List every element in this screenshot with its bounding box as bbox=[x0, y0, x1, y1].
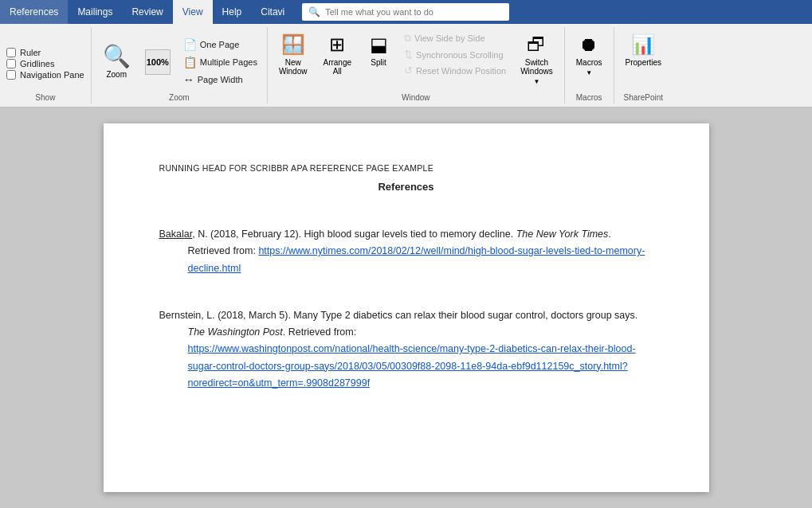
properties-button[interactable]: 📊 Properties bbox=[621, 30, 667, 70]
split-icon: ⬓ bbox=[370, 33, 388, 56]
multiple-pages-button[interactable]: 📋 Multiple Pages bbox=[180, 54, 261, 70]
reference-entry-1: Bakalar, N. (2018, February 12). High bl… bbox=[159, 226, 653, 277]
show-group-content: Ruler Gridlines Navigation Pane bbox=[6, 27, 84, 93]
gridlines-checkbox[interactable]: Gridlines bbox=[6, 59, 54, 68]
ref1-link[interactable]: https://www.nytimes.com/2018/02/12/well/… bbox=[188, 245, 645, 273]
sync-scroll-icon: ⇅ bbox=[404, 49, 413, 61]
new-window-icon: 🪟 bbox=[281, 33, 305, 56]
search-box[interactable]: 🔍 bbox=[302, 3, 509, 21]
reset-window-icon: ↺ bbox=[404, 64, 413, 76]
zoom-label: Zoom bbox=[106, 70, 127, 79]
one-page-button[interactable]: 📄 One Page bbox=[180, 37, 261, 53]
window-group-content: 🪟 NewWindow ⊞ ArrangeAll ⬓ Split ⧉ View … bbox=[274, 27, 558, 93]
zoom-options-col: 📄 One Page 📋 Multiple Pages ↔ Page Width bbox=[180, 37, 261, 88]
switch-windows-button[interactable]: 🗗 SwitchWindows ▼ bbox=[516, 30, 558, 88]
reference-entry-2: Bernstein, L. (2018, March 5). Many Type… bbox=[159, 307, 653, 392]
ribbon: Ruler Gridlines Navigation Pane Show 🔍 Z… bbox=[0, 24, 812, 107]
synchronous-scrolling-button[interactable]: ⇅ Synchronous Scrolling bbox=[401, 47, 509, 62]
page-width-icon: ↔ bbox=[183, 73, 194, 86]
references-heading: References bbox=[159, 181, 653, 193]
ribbon-tabs-row: References Mailings Review View Help Cit… bbox=[0, 0, 812, 24]
tab-citavi[interactable]: Citavi bbox=[251, 0, 294, 24]
properties-icon: 📊 bbox=[631, 33, 655, 56]
tab-help[interactable]: Help bbox=[213, 0, 252, 24]
ruler-check[interactable] bbox=[6, 48, 16, 57]
show-group: Ruler Gridlines Navigation Pane Show bbox=[0, 27, 92, 104]
zoom-icon: 🔍 bbox=[103, 45, 131, 68]
nav-pane-checkbox[interactable]: Navigation Pane bbox=[6, 70, 84, 80]
zoom-percent-icon: 100% bbox=[145, 49, 171, 75]
page-width-button[interactable]: ↔ Page Width bbox=[180, 72, 261, 88]
macros-button[interactable]: ⏺ Macros ▼ bbox=[571, 30, 607, 80]
sharepoint-group-content: 📊 Properties bbox=[621, 27, 667, 93]
document-page: RUNNING HEAD FOR SCRIBBR APA REFERENCE P… bbox=[104, 123, 709, 492]
one-page-icon: 📄 bbox=[183, 38, 197, 51]
new-window-button[interactable]: 🪟 NewWindow bbox=[274, 30, 312, 79]
zoom-group-label: Zoom bbox=[169, 93, 190, 104]
window-group-label: Window bbox=[402, 93, 430, 104]
ref1-author: Bakalar bbox=[159, 229, 193, 240]
sharepoint-group-label: SharePoint bbox=[624, 93, 663, 104]
zoom-percent-button[interactable]: 100% bbox=[140, 46, 175, 78]
tab-references[interactable]: References bbox=[0, 0, 68, 24]
ruler-checkbox[interactable]: Ruler bbox=[6, 48, 41, 57]
document-area: RUNNING HEAD FOR SCRIBBR APA REFERENCE P… bbox=[0, 107, 812, 508]
zoom-group: 🔍 Zoom 100% 📄 One Page 📋 Multiple Pages bbox=[92, 27, 268, 104]
arrange-all-icon: ⊞ bbox=[329, 33, 345, 56]
tab-view[interactable]: View bbox=[173, 0, 213, 24]
view-side-icon: ⧉ bbox=[404, 32, 411, 45]
split-button[interactable]: ⬓ Split bbox=[363, 30, 394, 70]
search-input[interactable] bbox=[325, 7, 500, 17]
macros-icon: ⏺ bbox=[579, 33, 598, 56]
zoom-button[interactable]: 🔍 Zoom bbox=[98, 42, 135, 82]
running-head: RUNNING HEAD FOR SCRIBBR APA REFERENCE P… bbox=[159, 163, 653, 173]
zoom-group-content: 🔍 Zoom 100% 📄 One Page 📋 Multiple Pages bbox=[98, 27, 261, 93]
search-area: 🔍 bbox=[294, 0, 812, 24]
gridlines-check[interactable] bbox=[6, 59, 16, 68]
view-side-by-side-button[interactable]: ⧉ View Side by Side bbox=[401, 30, 509, 46]
ref1-text-mid: , N. (2018, February 12). High blood sug… bbox=[188, 229, 645, 274]
arrange-all-button[interactable]: ⊞ ArrangeAll bbox=[318, 30, 356, 79]
macros-group-content: ⏺ Macros ▼ bbox=[571, 27, 607, 93]
reset-window-position-button[interactable]: ↺ Reset Window Position bbox=[401, 63, 509, 78]
tab-review[interactable]: Review bbox=[122, 0, 172, 24]
switch-windows-icon: 🗗 bbox=[527, 33, 546, 56]
macros-group: ⏺ Macros ▼ Macros bbox=[565, 27, 614, 104]
show-group-label: Show bbox=[35, 93, 55, 104]
sharepoint-group: 📊 Properties SharePoint bbox=[614, 27, 673, 104]
multiple-pages-icon: 📋 bbox=[183, 56, 197, 68]
window-group: 🪟 NewWindow ⊞ ArrangeAll ⬓ Split ⧉ View … bbox=[268, 27, 565, 104]
tab-mailings[interactable]: Mailings bbox=[68, 0, 122, 24]
macros-group-label: Macros bbox=[576, 93, 602, 104]
window-options-col: ⧉ View Side by Side ⇅ Synchronous Scroll… bbox=[401, 30, 509, 78]
search-icon: 🔍 bbox=[308, 6, 320, 18]
ref2-link[interactable]: https://www.washingtonpost.com/national/… bbox=[188, 343, 636, 389]
nav-pane-check[interactable] bbox=[6, 70, 16, 80]
ref2-text: Bernstein, L. (2018, March 5). Many Type… bbox=[159, 310, 638, 389]
